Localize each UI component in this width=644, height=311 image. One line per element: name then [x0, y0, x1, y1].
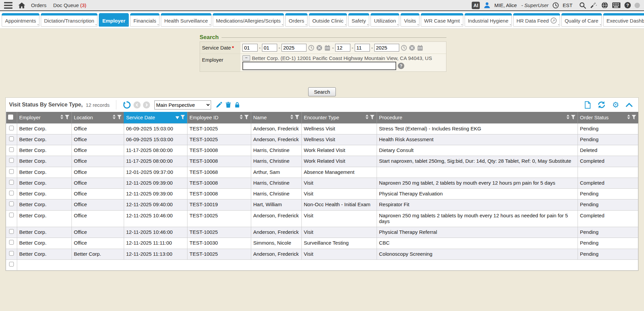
date-from-day-input[interactable]: [262, 44, 277, 52]
date-to-year-input[interactable]: [374, 44, 399, 52]
new-document-icon[interactable]: [584, 101, 591, 109]
cell-employee_id: TEST-10025: [187, 123, 251, 134]
cell-order_status: Pending: [578, 199, 638, 210]
cell-employee_id: TEST-10019: [187, 199, 251, 210]
clock-icon[interactable]: [552, 2, 559, 9]
tab-wr-case-mgmt[interactable]: WR Case Mgmt: [421, 13, 463, 27]
grid-title: Visit Status By Service Type,: [9, 102, 83, 108]
filter-icon[interactable]: [295, 115, 299, 121]
tab-dictation-transcription[interactable]: Dictation/Transcription: [41, 13, 98, 27]
search-icon[interactable]: [579, 2, 586, 9]
collapse-panel-icon[interactable]: [625, 102, 633, 107]
column-header-encounter_type[interactable]: Encounter Type: [302, 112, 377, 123]
date-from-month-input[interactable]: [242, 44, 258, 52]
user-name[interactable]: MIE, Alice: [494, 2, 517, 8]
row-checkbox[interactable]: [9, 169, 14, 174]
tab-executive-dashboard[interactable]: Executive Dashboard: [603, 13, 644, 27]
date-from-year-input[interactable]: [282, 44, 306, 52]
date-to-month-input[interactable]: [335, 44, 350, 52]
row-checkbox[interactable]: [9, 180, 14, 185]
tab-label: Employer: [102, 18, 125, 24]
breadcrumb-doc-queue[interactable]: Doc Queue(3): [53, 2, 86, 8]
hamburger-menu-icon[interactable]: [4, 2, 12, 9]
tab-health-surveillance[interactable]: Health Surveillance: [161, 13, 211, 27]
filter-icon[interactable]: [370, 115, 375, 121]
gear-icon[interactable]: ⚙: [612, 101, 619, 109]
home-icon[interactable]: [18, 2, 26, 9]
tab-industrial-hygiene[interactable]: Industrial Hygiene: [465, 13, 512, 27]
row-checkbox-cell: [6, 156, 17, 167]
edit-perspective-icon[interactable]: [215, 101, 223, 108]
date-to-day-input[interactable]: [355, 44, 370, 52]
cell-procedure: Physical Therapy Evaluation: [377, 189, 578, 199]
row-checkbox[interactable]: [9, 213, 14, 217]
clear-date-icon[interactable]: [409, 45, 415, 51]
calendar-icon[interactable]: [417, 45, 423, 51]
tab-safety[interactable]: Safety: [348, 13, 370, 27]
filter-icon[interactable]: [180, 115, 185, 121]
filter-icon[interactable]: [65, 115, 69, 121]
employer-search-input[interactable]: [242, 62, 396, 70]
tab-outside-clinic[interactable]: Outside Clinic: [309, 13, 347, 27]
column-header-employee_id[interactable]: Employee ID: [187, 112, 251, 123]
help-icon[interactable]: ?: [624, 2, 631, 8]
tab-orders[interactable]: Orders: [285, 13, 308, 27]
row-checkbox[interactable]: [9, 158, 14, 163]
wand-icon[interactable]: [590, 2, 597, 9]
tab-financials[interactable]: Financials: [130, 13, 160, 27]
row-checkbox[interactable]: [9, 251, 14, 256]
column-header-order_status[interactable]: Order Status: [578, 112, 638, 123]
undo-icon[interactable]: [123, 101, 131, 109]
column-header-location[interactable]: Location: [72, 112, 124, 123]
filter-icon[interactable]: [632, 115, 636, 121]
required-marker: *: [232, 45, 234, 51]
row-checkbox-cell: [6, 199, 17, 210]
filter-icon[interactable]: [571, 115, 576, 121]
column-header-name[interactable]: Name: [251, 112, 302, 123]
row-checkbox[interactable]: [9, 136, 14, 141]
history-forward-icon[interactable]: [143, 101, 150, 108]
tab-employer[interactable]: Employer: [99, 13, 128, 27]
row-checkbox[interactable]: [9, 126, 14, 130]
tab-visits[interactable]: Visits: [401, 13, 419, 27]
column-header-service_date[interactable]: Service Date: [124, 112, 187, 123]
row-checkbox[interactable]: [9, 191, 14, 195]
refresh-icon[interactable]: [597, 101, 606, 109]
filter-icon[interactable]: [244, 115, 249, 121]
row-checkbox[interactable]: [9, 201, 14, 206]
tab-utilization[interactable]: Utilization: [371, 13, 399, 27]
tab-hr-data-feed[interactable]: HR Data Feed↗: [513, 13, 560, 27]
calendar-icon[interactable]: [324, 45, 330, 51]
table-row: Better Corp.Office06-09-2025 15:03:00TES…: [6, 123, 638, 134]
perspective-select[interactable]: Main Perspective: [154, 100, 211, 110]
globe-icon[interactable]: [601, 2, 608, 9]
history-back-icon[interactable]: [134, 101, 141, 108]
employer-help-icon[interactable]: ?: [398, 63, 404, 69]
tab-appointments[interactable]: Appointments: [2, 13, 39, 27]
row-checkbox[interactable]: [9, 147, 14, 152]
time-picker-icon[interactable]: [401, 45, 407, 51]
tab-medications-allergies-scripts[interactable]: Medications/Allergies/Scripts: [213, 13, 284, 27]
delete-perspective-icon[interactable]: [225, 101, 232, 108]
time-picker-icon[interactable]: [308, 45, 314, 51]
clear-date-icon[interactable]: [316, 45, 322, 51]
select-all-checkbox[interactable]: [8, 115, 13, 120]
row-checkbox[interactable]: [9, 240, 14, 245]
tab-quality-of-care[interactable]: Quality of Care: [561, 13, 602, 27]
search-button[interactable]: Search: [308, 87, 336, 96]
breadcrumb-orders[interactable]: Orders: [31, 2, 47, 8]
column-header-employer[interactable]: Employer: [17, 112, 72, 123]
column-header-procedure[interactable]: Procedure: [377, 112, 578, 123]
row-checkbox[interactable]: [9, 229, 14, 234]
collapse-employer-button[interactable]: −: [242, 55, 250, 61]
cell-employer: Better Corp.: [17, 134, 72, 145]
column-label: Employee ID: [189, 115, 238, 120]
select-all-header[interactable]: [6, 112, 17, 123]
cell-name: Arthur, Sam: [251, 167, 302, 178]
ai-badge[interactable]: AI: [472, 2, 480, 9]
cell-order_status: Pending: [578, 123, 638, 134]
keyboard-icon[interactable]: [612, 2, 621, 8]
footer-row-checkbox[interactable]: [9, 262, 14, 267]
lock-icon[interactable]: [234, 101, 240, 108]
filter-icon[interactable]: [117, 115, 122, 121]
